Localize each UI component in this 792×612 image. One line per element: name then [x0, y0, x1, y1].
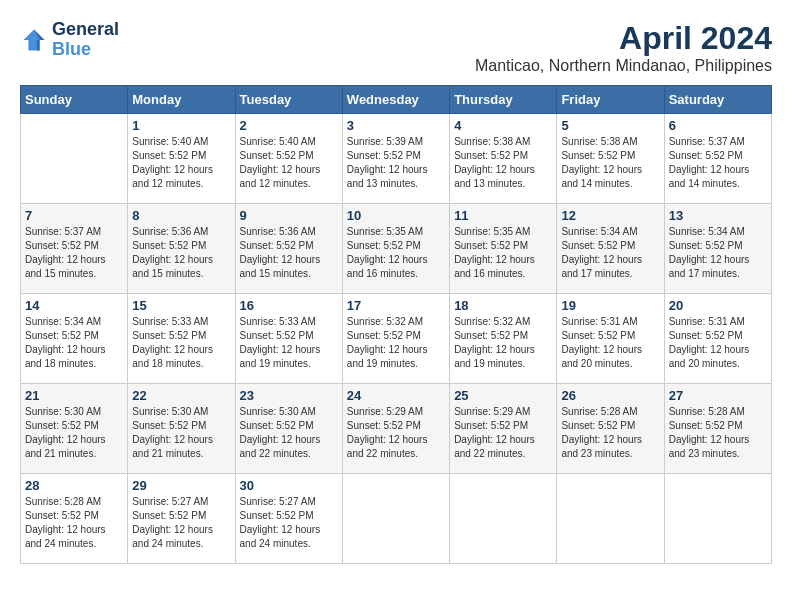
calendar-cell: 29Sunrise: 5:27 AM Sunset: 5:52 PM Dayli… — [128, 474, 235, 564]
calendar-cell: 4Sunrise: 5:38 AM Sunset: 5:52 PM Daylig… — [450, 114, 557, 204]
day-number: 4 — [454, 118, 552, 133]
main-title: April 2024 — [475, 20, 772, 57]
day-info: Sunrise: 5:38 AM Sunset: 5:52 PM Dayligh… — [561, 135, 659, 191]
day-number: 8 — [132, 208, 230, 223]
day-number: 29 — [132, 478, 230, 493]
day-info: Sunrise: 5:35 AM Sunset: 5:52 PM Dayligh… — [454, 225, 552, 281]
logo-text: General Blue — [52, 20, 119, 60]
day-info: Sunrise: 5:27 AM Sunset: 5:52 PM Dayligh… — [240, 495, 338, 551]
day-number: 28 — [25, 478, 123, 493]
calendar-cell: 30Sunrise: 5:27 AM Sunset: 5:52 PM Dayli… — [235, 474, 342, 564]
calendar-cell — [664, 474, 771, 564]
title-section: April 2024 Manticao, Northern Mindanao, … — [475, 20, 772, 75]
calendar-cell: 21Sunrise: 5:30 AM Sunset: 5:52 PM Dayli… — [21, 384, 128, 474]
day-number: 6 — [669, 118, 767, 133]
calendar-cell: 8Sunrise: 5:36 AM Sunset: 5:52 PM Daylig… — [128, 204, 235, 294]
logo-line2: Blue — [52, 39, 91, 59]
calendar-table: SundayMondayTuesdayWednesdayThursdayFrid… — [20, 85, 772, 564]
day-info: Sunrise: 5:30 AM Sunset: 5:52 PM Dayligh… — [132, 405, 230, 461]
day-info: Sunrise: 5:28 AM Sunset: 5:52 PM Dayligh… — [25, 495, 123, 551]
day-info: Sunrise: 5:33 AM Sunset: 5:52 PM Dayligh… — [132, 315, 230, 371]
page-header: General Blue April 2024 Manticao, Northe… — [20, 20, 772, 75]
day-info: Sunrise: 5:34 AM Sunset: 5:52 PM Dayligh… — [25, 315, 123, 371]
day-info: Sunrise: 5:29 AM Sunset: 5:52 PM Dayligh… — [347, 405, 445, 461]
day-info: Sunrise: 5:32 AM Sunset: 5:52 PM Dayligh… — [347, 315, 445, 371]
day-number: 9 — [240, 208, 338, 223]
week-row-3: 14Sunrise: 5:34 AM Sunset: 5:52 PM Dayli… — [21, 294, 772, 384]
day-number: 14 — [25, 298, 123, 313]
calendar-cell: 9Sunrise: 5:36 AM Sunset: 5:52 PM Daylig… — [235, 204, 342, 294]
calendar-cell: 11Sunrise: 5:35 AM Sunset: 5:52 PM Dayli… — [450, 204, 557, 294]
subtitle: Manticao, Northern Mindanao, Philippines — [475, 57, 772, 75]
calendar-cell: 13Sunrise: 5:34 AM Sunset: 5:52 PM Dayli… — [664, 204, 771, 294]
day-number: 26 — [561, 388, 659, 403]
calendar-cell: 25Sunrise: 5:29 AM Sunset: 5:52 PM Dayli… — [450, 384, 557, 474]
calendar-cell: 17Sunrise: 5:32 AM Sunset: 5:52 PM Dayli… — [342, 294, 449, 384]
day-info: Sunrise: 5:34 AM Sunset: 5:52 PM Dayligh… — [669, 225, 767, 281]
day-info: Sunrise: 5:39 AM Sunset: 5:52 PM Dayligh… — [347, 135, 445, 191]
day-number: 3 — [347, 118, 445, 133]
day-info: Sunrise: 5:30 AM Sunset: 5:52 PM Dayligh… — [25, 405, 123, 461]
day-info: Sunrise: 5:38 AM Sunset: 5:52 PM Dayligh… — [454, 135, 552, 191]
day-number: 10 — [347, 208, 445, 223]
day-info: Sunrise: 5:37 AM Sunset: 5:52 PM Dayligh… — [669, 135, 767, 191]
day-number: 23 — [240, 388, 338, 403]
day-number: 17 — [347, 298, 445, 313]
weekday-header-saturday: Saturday — [664, 86, 771, 114]
calendar-cell: 7Sunrise: 5:37 AM Sunset: 5:52 PM Daylig… — [21, 204, 128, 294]
day-info: Sunrise: 5:28 AM Sunset: 5:52 PM Dayligh… — [669, 405, 767, 461]
day-info: Sunrise: 5:37 AM Sunset: 5:52 PM Dayligh… — [25, 225, 123, 281]
day-number: 22 — [132, 388, 230, 403]
logo-line1: General — [52, 20, 119, 40]
day-number: 24 — [347, 388, 445, 403]
calendar-cell: 26Sunrise: 5:28 AM Sunset: 5:52 PM Dayli… — [557, 384, 664, 474]
calendar-cell: 27Sunrise: 5:28 AM Sunset: 5:52 PM Dayli… — [664, 384, 771, 474]
calendar-cell: 19Sunrise: 5:31 AM Sunset: 5:52 PM Dayli… — [557, 294, 664, 384]
calendar-cell — [557, 474, 664, 564]
day-number: 18 — [454, 298, 552, 313]
calendar-cell: 6Sunrise: 5:37 AM Sunset: 5:52 PM Daylig… — [664, 114, 771, 204]
weekday-header-wednesday: Wednesday — [342, 86, 449, 114]
day-info: Sunrise: 5:40 AM Sunset: 5:52 PM Dayligh… — [132, 135, 230, 191]
week-row-1: 1Sunrise: 5:40 AM Sunset: 5:52 PM Daylig… — [21, 114, 772, 204]
calendar-cell: 10Sunrise: 5:35 AM Sunset: 5:52 PM Dayli… — [342, 204, 449, 294]
day-info: Sunrise: 5:36 AM Sunset: 5:52 PM Dayligh… — [240, 225, 338, 281]
day-number: 15 — [132, 298, 230, 313]
calendar-cell: 15Sunrise: 5:33 AM Sunset: 5:52 PM Dayli… — [128, 294, 235, 384]
day-number: 11 — [454, 208, 552, 223]
day-number: 20 — [669, 298, 767, 313]
day-info: Sunrise: 5:35 AM Sunset: 5:52 PM Dayligh… — [347, 225, 445, 281]
day-number: 25 — [454, 388, 552, 403]
week-row-2: 7Sunrise: 5:37 AM Sunset: 5:52 PM Daylig… — [21, 204, 772, 294]
day-number: 30 — [240, 478, 338, 493]
day-info: Sunrise: 5:28 AM Sunset: 5:52 PM Dayligh… — [561, 405, 659, 461]
day-info: Sunrise: 5:31 AM Sunset: 5:52 PM Dayligh… — [669, 315, 767, 371]
calendar-cell — [21, 114, 128, 204]
weekday-header-tuesday: Tuesday — [235, 86, 342, 114]
weekday-header-thursday: Thursday — [450, 86, 557, 114]
day-number: 27 — [669, 388, 767, 403]
calendar-cell: 18Sunrise: 5:32 AM Sunset: 5:52 PM Dayli… — [450, 294, 557, 384]
weekday-header-row: SundayMondayTuesdayWednesdayThursdayFrid… — [21, 86, 772, 114]
calendar-cell: 20Sunrise: 5:31 AM Sunset: 5:52 PM Dayli… — [664, 294, 771, 384]
logo-icon — [20, 26, 48, 54]
day-number: 5 — [561, 118, 659, 133]
day-info: Sunrise: 5:30 AM Sunset: 5:52 PM Dayligh… — [240, 405, 338, 461]
calendar-cell — [342, 474, 449, 564]
weekday-header-friday: Friday — [557, 86, 664, 114]
day-number: 13 — [669, 208, 767, 223]
calendar-cell: 3Sunrise: 5:39 AM Sunset: 5:52 PM Daylig… — [342, 114, 449, 204]
calendar-cell: 24Sunrise: 5:29 AM Sunset: 5:52 PM Dayli… — [342, 384, 449, 474]
calendar-cell: 5Sunrise: 5:38 AM Sunset: 5:52 PM Daylig… — [557, 114, 664, 204]
day-number: 2 — [240, 118, 338, 133]
day-info: Sunrise: 5:40 AM Sunset: 5:52 PM Dayligh… — [240, 135, 338, 191]
day-number: 7 — [25, 208, 123, 223]
day-info: Sunrise: 5:31 AM Sunset: 5:52 PM Dayligh… — [561, 315, 659, 371]
calendar-cell: 16Sunrise: 5:33 AM Sunset: 5:52 PM Dayli… — [235, 294, 342, 384]
calendar-cell: 23Sunrise: 5:30 AM Sunset: 5:52 PM Dayli… — [235, 384, 342, 474]
weekday-header-monday: Monday — [128, 86, 235, 114]
day-number: 1 — [132, 118, 230, 133]
logo: General Blue — [20, 20, 119, 60]
calendar-cell — [450, 474, 557, 564]
calendar-cell: 1Sunrise: 5:40 AM Sunset: 5:52 PM Daylig… — [128, 114, 235, 204]
